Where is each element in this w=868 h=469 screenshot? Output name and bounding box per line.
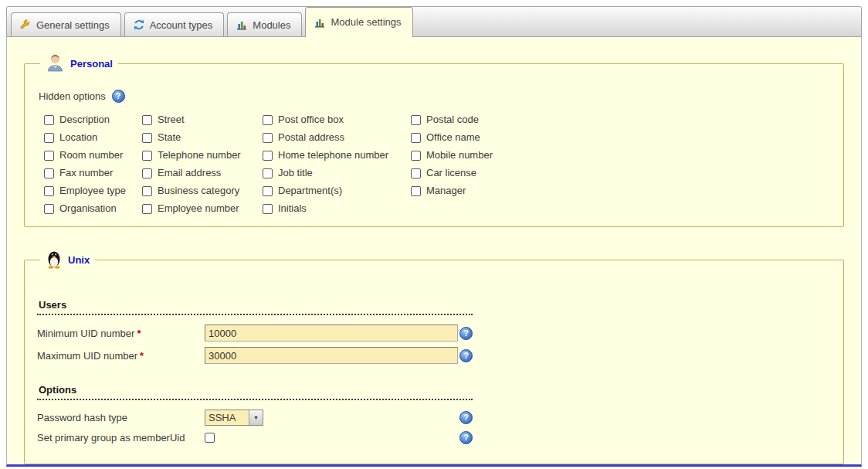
hidden-options-label: Hidden options <box>39 90 106 102</box>
hidden-option[interactable]: Job title <box>263 166 411 180</box>
tab-modules[interactable]: Modules <box>227 12 302 36</box>
hidden-option-label: Telephone number <box>158 148 241 162</box>
hidden-option[interactable]: Home telephone number <box>263 148 411 162</box>
tab-label: Account types <box>150 19 213 31</box>
required-marker: * <box>140 350 144 362</box>
member-uid-label: Set primary group as memberUid <box>37 432 205 444</box>
required-marker: * <box>137 328 141 339</box>
help-icon[interactable]: ? <box>459 411 473 424</box>
hidden-option[interactable]: Manager <box>411 184 832 198</box>
hidden-option-checkbox[interactable] <box>142 168 152 178</box>
hidden-option-checkbox[interactable] <box>411 151 421 161</box>
help-icon[interactable]: ? <box>112 90 125 103</box>
tab-bar: General settings Account types <box>6 6 862 37</box>
hidden-option[interactable]: Location <box>44 131 142 144</box>
hidden-option[interactable]: Office name <box>411 131 832 144</box>
hidden-option[interactable]: State <box>142 131 263 144</box>
hidden-option-checkbox[interactable] <box>411 115 421 125</box>
hidden-option[interactable]: Organisation <box>44 202 142 216</box>
personal-legend: Personal <box>40 53 118 74</box>
min-uid-row: Minimum UID number* ? <box>37 325 832 342</box>
hidden-option-checkbox[interactable] <box>44 168 54 178</box>
hidden-option[interactable]: Postal code <box>411 113 832 127</box>
hidden-option-checkbox[interactable] <box>411 186 421 196</box>
hidden-option-checkbox[interactable] <box>142 204 152 214</box>
hidden-option[interactable]: Employee type <box>44 184 142 198</box>
hidden-option-checkbox[interactable] <box>142 186 152 196</box>
tab-account-types[interactable]: Account types <box>124 12 225 36</box>
hidden-option[interactable]: Business category <box>142 184 263 198</box>
help-icon[interactable]: ? <box>459 349 473 362</box>
users-section-header: Users <box>37 299 473 315</box>
member-uid-checkbox[interactable] <box>205 433 215 443</box>
personal-fieldset: Personal Hidden options ? DescriptionStr… <box>24 53 844 227</box>
hidden-option-label: Office name <box>426 131 480 144</box>
module-settings-icon <box>314 16 326 29</box>
hidden-option-label: Business category <box>158 184 239 198</box>
hidden-option-checkbox[interactable] <box>411 133 421 143</box>
min-uid-input[interactable] <box>205 325 458 342</box>
hidden-option-checkbox[interactable] <box>44 186 54 196</box>
hidden-option[interactable]: Email address <box>142 166 263 180</box>
hidden-option[interactable]: Street <box>142 113 263 127</box>
hidden-option-checkbox[interactable] <box>263 115 273 125</box>
hidden-option-checkbox[interactable] <box>411 168 421 178</box>
hidden-option[interactable]: Car license <box>411 166 832 180</box>
help-icon[interactable]: ? <box>459 431 473 444</box>
hidden-option[interactable]: Description <box>44 113 142 127</box>
hidden-option-label: Street <box>158 113 185 127</box>
tab-module-settings[interactable]: Module settings <box>305 7 412 36</box>
chevron-down-icon: ▼ <box>249 410 263 425</box>
hidden-option-label: Car license <box>426 166 476 180</box>
member-uid-row: Set primary group as memberUid ? <box>37 431 832 444</box>
hidden-option[interactable]: Postal address <box>263 131 411 144</box>
hidden-option-label: State <box>158 131 181 144</box>
wrench-icon <box>19 19 32 31</box>
tux-penguin-icon <box>46 249 63 271</box>
hidden-option-checkbox[interactable] <box>263 151 273 161</box>
max-uid-row: Maximum UID number* ? <box>37 347 832 364</box>
hidden-option-label: Employee number <box>158 202 239 216</box>
hidden-option-checkbox[interactable] <box>263 133 273 143</box>
hidden-option-checkbox[interactable] <box>263 168 273 178</box>
hidden-option[interactable]: Fax number <box>44 166 142 180</box>
hidden-option-label: Manager <box>426 184 466 198</box>
max-uid-input[interactable] <box>205 347 458 364</box>
hidden-option-checkbox[interactable] <box>142 133 152 143</box>
modules-icon <box>236 19 248 31</box>
hidden-option[interactable]: Department(s) <box>263 184 411 198</box>
hidden-option-checkbox[interactable] <box>263 204 273 214</box>
options-section-header: Options <box>37 384 473 400</box>
hidden-option[interactable]: Employee number <box>142 202 263 216</box>
min-uid-label: Minimum UID number* <box>37 328 205 339</box>
hidden-option-checkbox[interactable] <box>263 186 273 196</box>
hidden-option[interactable]: Initials <box>263 202 411 216</box>
hidden-option-checkbox[interactable] <box>44 204 54 214</box>
hidden-option[interactable]: Mobile number <box>411 148 832 162</box>
hidden-option-checkbox[interactable] <box>44 133 54 143</box>
tab-label: General settings <box>36 19 110 31</box>
tab-label: Module settings <box>331 16 401 28</box>
personal-legend-label: Personal <box>70 58 113 70</box>
tab-general-settings[interactable]: General settings <box>11 12 121 36</box>
hidden-option[interactable]: Room number <box>44 148 142 162</box>
hidden-option-label: Post office box <box>278 113 344 127</box>
help-icon[interactable]: ? <box>459 327 473 340</box>
hidden-option-checkbox[interactable] <box>44 151 54 161</box>
hidden-option-label: Home telephone number <box>278 148 388 162</box>
hidden-option-checkbox[interactable] <box>142 151 152 161</box>
tab-label: Modules <box>253 19 290 31</box>
hidden-option-checkbox[interactable] <box>142 115 152 125</box>
hidden-option-label: Location <box>59 131 97 144</box>
hidden-option-label: Postal address <box>278 131 344 144</box>
account-types-icon <box>133 19 145 31</box>
hidden-option-label: Initials <box>278 202 307 216</box>
hidden-option-checkbox[interactable] <box>44 115 54 125</box>
hidden-option-label: Department(s) <box>278 184 342 198</box>
unix-legend: Unix <box>40 249 95 271</box>
password-hash-select[interactable]: SSHA ▼ <box>205 410 263 426</box>
settings-page: General settings Account types <box>0 0 868 467</box>
hidden-option[interactable]: Telephone number <box>142 148 263 162</box>
hidden-option-label: Employee type <box>59 184 126 198</box>
hidden-option[interactable]: Post office box <box>263 113 411 127</box>
